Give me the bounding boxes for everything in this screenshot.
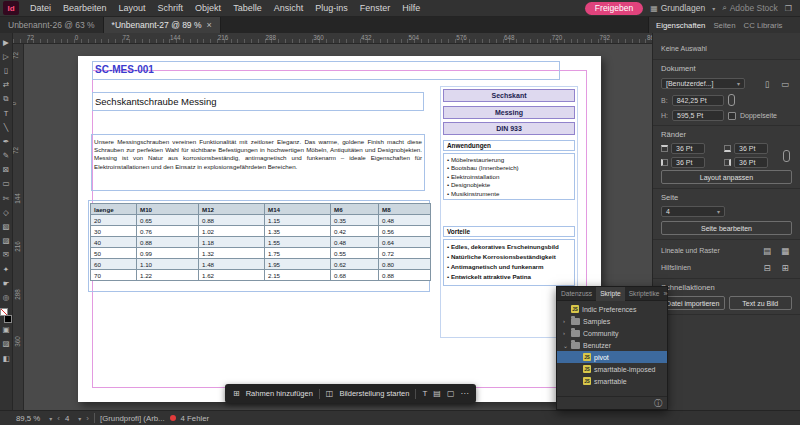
landscape-orientation-icon[interactable]: ▭ bbox=[778, 77, 792, 90]
error-count[interactable]: 4 Fehler bbox=[181, 414, 210, 423]
link-margins-icon[interactable] bbox=[783, 150, 790, 162]
stroke-swatch[interactable] bbox=[4, 315, 12, 323]
link-dimensions-icon[interactable] bbox=[728, 94, 735, 106]
page-icon[interactable]: ▤ bbox=[433, 389, 441, 398]
menu-item-tabelle[interactable]: Tabelle bbox=[227, 3, 268, 13]
menu-item-fenster[interactable]: Fenster bbox=[354, 3, 397, 13]
info-icon[interactable]: ⓘ bbox=[654, 398, 662, 409]
height-field[interactable]: 595,5 Pt bbox=[672, 110, 724, 121]
gap-tool[interactable]: ⇄ bbox=[0, 78, 13, 92]
menu-item-ansicht[interactable]: Ansicht bbox=[268, 3, 310, 13]
rectangle-tool[interactable]: ▭ bbox=[0, 177, 13, 191]
scripts-panel-tab-datenzuss[interactable]: Datenzuss bbox=[557, 287, 596, 301]
formatting-affects-icon[interactable]: ▣ bbox=[0, 323, 13, 337]
scissors-tool[interactable]: ✄ bbox=[0, 191, 13, 205]
chevron-collapsed-icon[interactable]: › bbox=[563, 330, 568, 336]
panel-layout-icon[interactable]: ❒ bbox=[785, 4, 792, 13]
menu-item-plugins[interactable]: Plug-ins bbox=[309, 3, 354, 13]
line-tool[interactable]: ╲ bbox=[0, 120, 13, 134]
vertical-ruler[interactable]: 72072144216288360 bbox=[13, 44, 24, 410]
spec-table[interactable]: laengeM10M12M14M6M8 200.650.881.150.350.… bbox=[90, 203, 431, 281]
more-options-icon[interactable]: ⋯ bbox=[460, 389, 468, 398]
guides-icon[interactable]: ⊟ bbox=[760, 261, 774, 274]
facing-pages-checkbox[interactable] bbox=[728, 112, 736, 120]
grid-icon[interactable]: ▦ bbox=[778, 244, 792, 257]
portrait-orientation-icon[interactable]: ▯ bbox=[760, 77, 774, 90]
script-tree-item[interactable]: ›Samples bbox=[557, 315, 667, 327]
ruler-icon[interactable]: ▤ bbox=[760, 244, 774, 257]
pencil-tool[interactable]: ✎ bbox=[0, 149, 13, 163]
menu-item-objekt[interactable]: Objekt bbox=[189, 3, 227, 13]
import-file-button[interactable]: Datei importieren bbox=[661, 296, 725, 310]
add-frame-button[interactable]: Rahmen hinzufügen bbox=[246, 389, 313, 398]
zoom-level[interactable]: 89,5 % bbox=[16, 414, 40, 423]
hand-tool[interactable]: ☛ bbox=[0, 276, 13, 290]
edit-page-button[interactable]: Seite bearbeiten bbox=[661, 221, 792, 235]
pen-tool[interactable]: ✒ bbox=[0, 134, 13, 148]
margin-top-field[interactable]: 36 Pt bbox=[671, 143, 705, 154]
menu-item-layout[interactable]: Layout bbox=[113, 3, 152, 13]
eyedropper-tool[interactable]: ✦ bbox=[0, 262, 13, 276]
panel-tab-eigenschaften[interactable]: Eigenschaften bbox=[653, 21, 708, 30]
script-tree-item[interactable]: JSIndic Preferences bbox=[557, 303, 667, 315]
document-section-title: Dokument bbox=[661, 64, 792, 73]
next-page-icon[interactable]: › bbox=[86, 414, 89, 423]
menu-item-hilfe[interactable]: Hilfe bbox=[396, 3, 426, 13]
preflight-profile[interactable]: [Grundprofi] (Arb... bbox=[100, 414, 165, 423]
generate-image-button[interactable]: Bilderstellung starten bbox=[339, 389, 409, 398]
margin-left-field[interactable]: 36 Pt bbox=[671, 157, 705, 168]
page-indicator[interactable]: 4 bbox=[65, 414, 69, 423]
width-field[interactable]: 842,25 Pt bbox=[672, 95, 724, 106]
collapse-panel-icon[interactable]: » bbox=[663, 290, 670, 297]
menu-item-schrift[interactable]: Schrift bbox=[152, 3, 190, 13]
zoom-tool[interactable]: ◎ bbox=[0, 290, 13, 304]
type-tool[interactable]: T bbox=[0, 106, 13, 120]
menu-item-bearbeiten[interactable]: Bearbeiten bbox=[57, 3, 113, 13]
document-tab[interactable]: *Unbenannt-27 @ 89 %× bbox=[104, 17, 221, 33]
adjust-layout-button[interactable]: Layout anpassen bbox=[661, 170, 792, 184]
close-icon[interactable]: × bbox=[207, 20, 212, 30]
gradient-feather-tool[interactable]: ▨ bbox=[0, 234, 13, 248]
script-tree-item[interactable]: ⌄Benutzer bbox=[557, 339, 667, 351]
horizontal-ruler[interactable]: 72072144216288360432504576648720792864 bbox=[13, 33, 652, 44]
scripts-panel-tab-skriptetike[interactable]: Skriptetike bbox=[625, 287, 664, 301]
scripts-panel-tab-skripte[interactable]: Skripte bbox=[596, 287, 625, 301]
script-tree-item[interactable]: JSpivot bbox=[557, 351, 667, 363]
share-button[interactable]: Freigeben bbox=[585, 2, 643, 15]
chevron-expanded-icon[interactable]: ⌄ bbox=[563, 342, 568, 349]
page-tool[interactable]: ▯ bbox=[0, 63, 13, 77]
free-transform-tool[interactable]: ◇ bbox=[0, 205, 13, 219]
chevron-collapsed-icon[interactable]: › bbox=[563, 318, 568, 324]
panel-tab-seiten[interactable]: Seiten bbox=[710, 21, 738, 30]
document-tab[interactable]: Unbenannt-26 @ 63 % bbox=[0, 17, 104, 33]
margin-right-field[interactable]: 36 Pt bbox=[734, 157, 768, 168]
script-tree-item[interactable]: ›Community bbox=[557, 327, 667, 339]
script-tree-item[interactable]: JSsmarttable-imposed bbox=[557, 363, 667, 375]
workspace-switcher[interactable]: ▦ Grundlagen ▾ bbox=[650, 3, 715, 13]
stock-search[interactable]: ⌕ Adobe Stock bbox=[722, 3, 778, 13]
fill-stroke-swatches[interactable] bbox=[0, 308, 12, 323]
panel-tab-cclibraris[interactable]: CC Libraris bbox=[741, 21, 786, 30]
screen-mode-icon[interactable]: ◧ bbox=[0, 351, 13, 365]
text-tool-icon[interactable]: T bbox=[422, 389, 427, 398]
smart-guides-icon[interactable]: ⊞ bbox=[778, 261, 792, 274]
rectangle-frame-tool[interactable]: ⊠ bbox=[0, 163, 13, 177]
document-tab-label: *Unbenannt-27 @ 89 % bbox=[112, 20, 202, 30]
document-preset-select[interactable]: [Benutzerdef...] ▾ bbox=[661, 78, 745, 89]
document-page[interactable]: SC-MES-001 Sechskantschraube Messing Uns… bbox=[78, 56, 601, 402]
table-cell: 30 bbox=[91, 226, 137, 237]
selection-tool[interactable]: ▶ bbox=[0, 35, 13, 49]
text-to-image-button[interactable]: Text zu Bild bbox=[729, 296, 793, 310]
apply-color-icon[interactable]: ▨ bbox=[0, 337, 13, 351]
page-number-select[interactable]: 4 ▾ bbox=[661, 206, 725, 217]
script-tree-item[interactable]: JSsmarttable bbox=[557, 375, 667, 387]
menu-item-datei[interactable]: Datei bbox=[24, 3, 57, 13]
margin-bottom-field[interactable]: 36 Pt bbox=[734, 143, 768, 154]
sku-frame[interactable] bbox=[92, 61, 560, 80]
note-tool[interactable]: ✉ bbox=[0, 248, 13, 262]
direct-selection-tool[interactable]: ▷ bbox=[0, 49, 13, 63]
document-icon[interactable]: ▢ bbox=[447, 389, 455, 398]
content-collector-tool[interactable]: ⧉ bbox=[0, 92, 13, 106]
previous-page-icon[interactable]: ‹ bbox=[57, 414, 60, 423]
gradient-tool[interactable]: ▧ bbox=[0, 219, 13, 233]
